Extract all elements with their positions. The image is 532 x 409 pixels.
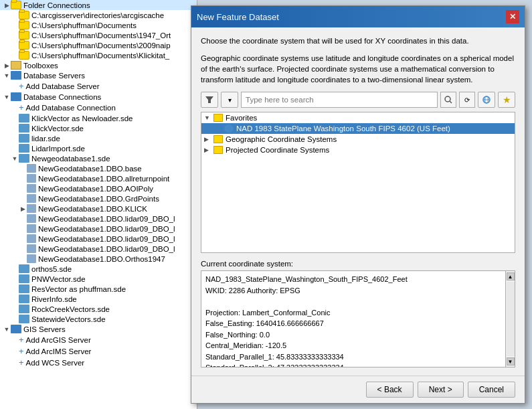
search-input[interactable] <box>241 92 438 108</box>
tree-item-newgeo-grdpoints[interactable]: NewGeodatabase1.DBO.GrdPoints <box>0 193 197 203</box>
expand-icon: ▼ <box>11 155 19 163</box>
tree-label: LidarImport.sde <box>31 145 85 153</box>
scrollbar[interactable]: ▲ ▼ <box>506 270 515 367</box>
tree-label: Add Database Connection <box>26 104 116 112</box>
tree-item-newgeo-klick[interactable]: ▶ NewGeodatabase1.DBO.KLICK <box>0 203 197 214</box>
tree-item-resvector[interactable]: ResVector as phuffman.sde <box>0 284 197 294</box>
tree-item-add-db-server[interactable]: + Add Database Server <box>0 80 197 92</box>
tree-item-db-servers[interactable]: ▼ Database Servers <box>0 70 197 80</box>
tree-item-orthos5[interactable]: orthos5.sde <box>0 264 197 274</box>
tree-item-newgeo-lidar2[interactable]: NewGeodatabase1.DBO.lidar09_DBO_l <box>0 224 197 234</box>
dialog-title: New Feature Dataset <box>197 12 279 22</box>
tree-item-documents-2009[interactable]: C:\Users\phuffman\Documents\2009naip <box>0 40 197 50</box>
tree-item-newgeo-orthos[interactable]: NewGeodatabase1.DBO.Orthos1947 <box>0 254 197 264</box>
dialog-description1: Choose the coordinate system that will b… <box>201 35 515 46</box>
expand-icon <box>11 21 19 29</box>
tree-item-rockcreek[interactable]: RockCreekVectors.sde <box>0 304 197 314</box>
table-icon <box>27 204 36 213</box>
tree-item-add-wcs[interactable]: + Add WCS Server <box>0 357 197 368</box>
cancel-button[interactable]: Cancel <box>468 382 515 398</box>
expand-icon <box>11 285 19 293</box>
tree-item-statevectors[interactable]: StatewideVectors.sde <box>0 314 197 324</box>
tree-label: C:\Users\phuffman\Documents <box>31 21 137 29</box>
tree-label: orthos5.sde <box>31 265 72 273</box>
tree-item-newgeo-lidar1[interactable]: NewGeodatabase1.DBO.lidar09_DBO_l <box>0 214 197 224</box>
tree-label: Toolboxes <box>23 62 58 70</box>
search-toolbar: ▾ ⟳ ★ <box>201 92 515 108</box>
tree-item-toolboxes[interactable]: ▶ Toolboxes <box>0 60 197 70</box>
tree-item-newgeo[interactable]: ▼ Newgeodatabase1.sde <box>0 153 197 163</box>
expand-icon <box>19 235 27 243</box>
expand-icon <box>19 255 27 263</box>
tree-item-newgeo-aoipoly[interactable]: NewGeodatabase1.DBO.AOIPoly <box>0 183 197 193</box>
expand-icon <box>11 11 19 19</box>
tree-label: RiverInfo.sde <box>31 295 77 303</box>
tree-item-newgeo-lidar3[interactable]: NewGeodatabase1.DBO.lidar09_DBO_l <box>0 234 197 244</box>
next-button[interactable]: Next > <box>418 382 464 398</box>
tree-item-lidar[interactable]: lidar.sde <box>0 133 197 143</box>
tree-item-geo-coord[interactable]: ▶ Geographic Coordinate Systems <box>201 134 515 145</box>
expand-icon: ▶ <box>19 205 27 213</box>
folder-icon <box>11 1 21 9</box>
tree-item-add-arcgis[interactable]: + Add ArcGIS Server <box>0 334 197 345</box>
tree-item-favorites[interactable]: ▼ Favorites <box>201 112 515 123</box>
tree-item-documents-klick[interactable]: C:\Users\phuffman\Documents\Klickitat_ <box>0 50 197 60</box>
tree-item-proj-coord[interactable]: ▶ Projected Coordinate Systems <box>201 145 515 155</box>
tree-item-newgeo-lidar4[interactable]: NewGeodatabase1.DBO.lidar09_DBO_l <box>0 244 197 254</box>
coordinate-systems-tree[interactable]: ▼ Favorites NAD 1983 StatePlane Washingt… <box>201 112 515 253</box>
expand-icon: ▼ <box>3 72 11 80</box>
tree-item-klickvector[interactable]: KlickVector as Newloader.sde <box>0 113 197 123</box>
add-icon: + <box>19 357 24 367</box>
tree-item-arcgisserver[interactable]: C:\arcgisserver\directories\arcgiscache <box>0 10 197 20</box>
sde-icon <box>19 134 29 143</box>
tree-item-documents[interactable]: C:\Users\phuffman\Documents <box>0 20 197 30</box>
tree-item-db-connections[interactable]: ▼ Database Connections <box>0 92 197 102</box>
search-button[interactable] <box>440 92 456 108</box>
tree-label: NewGeodatabase1.DBO.KLICK <box>38 205 147 213</box>
expand-icon <box>11 265 19 273</box>
toolbox-icon <box>11 61 21 70</box>
sde-icon <box>19 154 29 163</box>
tree-item-folder-connections[interactable]: ▶ Folder Connections <box>0 0 197 10</box>
tree-item-riverinfo[interactable]: RiverInfo.sde <box>0 294 197 304</box>
search-extra-button[interactable]: ⟳ <box>459 92 475 108</box>
tree-item-newgeo-allreturn[interactable]: NewGeodatabase1.DBO.allreturnpoint <box>0 173 197 183</box>
sde-icon <box>19 284 29 293</box>
favorites-label: Favorites <box>226 114 257 122</box>
expand-icon <box>11 104 19 112</box>
sde-icon <box>19 274 29 283</box>
dropdown-button[interactable]: ▾ <box>221 92 238 108</box>
tree-label: NewGeodatabase1.DBO.lidar09_DBO_l <box>38 235 175 243</box>
tree-item-gis-servers[interactable]: ▼ GIS Servers <box>0 324 197 334</box>
tree-item-newgeo-base[interactable]: NewGeodatabase1.DBO.base <box>0 163 197 173</box>
dialog-titlebar: New Feature Dataset ✕ <box>191 6 525 27</box>
tree-item-pnwvector[interactable]: PNWVector.sde <box>0 274 197 284</box>
tree-item-klickvector2[interactable]: KlickVector.sde <box>0 123 197 133</box>
filter-button[interactable] <box>201 92 218 108</box>
expand-icon <box>11 336 19 344</box>
folder-icon <box>19 51 29 60</box>
expand-icon <box>11 145 19 153</box>
star-button[interactable]: ★ <box>498 92 515 108</box>
table-icon <box>27 164 36 173</box>
sde-icon <box>19 315 29 323</box>
scroll-up-btn[interactable]: ▲ <box>507 272 515 280</box>
tree-item-lidarimport[interactable]: LidarImport.sde <box>0 143 197 153</box>
scroll-down-btn[interactable]: ▼ <box>507 357 515 365</box>
expand-icon <box>11 31 19 39</box>
tree-item-add-db-connection[interactable]: + Add Database Connection <box>0 102 197 113</box>
expand-icon: ▶ <box>204 136 212 143</box>
tree-item-add-arcims[interactable]: + Add ArcIMS Server <box>0 345 197 357</box>
tree-item-documents-1947[interactable]: C:\Users\phuffman\Documents\1947_Ort <box>0 30 197 40</box>
tree-label: NewGeodatabase1.DBO.AOIPoly <box>38 185 153 193</box>
svg-point-1 <box>445 96 450 102</box>
globe-button[interactable] <box>478 92 495 108</box>
sde-icon <box>19 114 29 122</box>
expand-icon <box>11 52 19 60</box>
back-button[interactable]: < Back <box>366 382 414 398</box>
expand-icon: ▼ <box>3 93 11 101</box>
tree-item-nad1983[interactable]: NAD 1983 StatePlane Washington South FIP… <box>201 123 515 134</box>
svg-line-2 <box>450 101 452 103</box>
dialog-close-button[interactable]: ✕ <box>506 10 519 23</box>
tree-label: C:\Users\phuffman\Documents\1947_Ort <box>31 31 171 39</box>
